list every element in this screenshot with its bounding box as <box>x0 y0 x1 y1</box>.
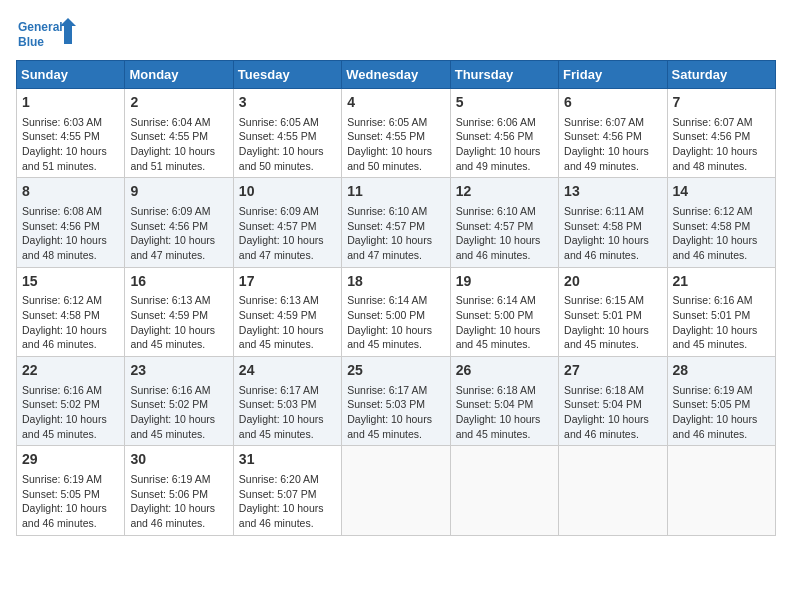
day-cell: 17Sunrise: 6:13 AM Sunset: 4:59 PM Dayli… <box>233 267 341 356</box>
week-row-1: 1Sunrise: 6:03 AM Sunset: 4:55 PM Daylig… <box>17 89 776 178</box>
day-cell: 2Sunrise: 6:04 AM Sunset: 4:55 PM Daylig… <box>125 89 233 178</box>
day-info: Sunrise: 6:10 AM Sunset: 4:57 PM Dayligh… <box>456 204 553 263</box>
page-header: General Blue <box>16 16 776 52</box>
day-info: Sunrise: 6:10 AM Sunset: 4:57 PM Dayligh… <box>347 204 444 263</box>
day-number: 28 <box>673 361 770 381</box>
col-saturday: Saturday <box>667 61 775 89</box>
day-info: Sunrise: 6:03 AM Sunset: 4:55 PM Dayligh… <box>22 115 119 174</box>
day-cell: 22Sunrise: 6:16 AM Sunset: 5:02 PM Dayli… <box>17 357 125 446</box>
day-info: Sunrise: 6:06 AM Sunset: 4:56 PM Dayligh… <box>456 115 553 174</box>
day-cell: 13Sunrise: 6:11 AM Sunset: 4:58 PM Dayli… <box>559 178 667 267</box>
day-number: 23 <box>130 361 227 381</box>
day-info: Sunrise: 6:12 AM Sunset: 4:58 PM Dayligh… <box>22 293 119 352</box>
day-info: Sunrise: 6:19 AM Sunset: 5:05 PM Dayligh… <box>673 383 770 442</box>
day-number: 29 <box>22 450 119 470</box>
day-info: Sunrise: 6:18 AM Sunset: 5:04 PM Dayligh… <box>564 383 661 442</box>
day-number: 22 <box>22 361 119 381</box>
day-number: 25 <box>347 361 444 381</box>
day-cell: 28Sunrise: 6:19 AM Sunset: 5:05 PM Dayli… <box>667 357 775 446</box>
col-friday: Friday <box>559 61 667 89</box>
day-cell: 20Sunrise: 6:15 AM Sunset: 5:01 PM Dayli… <box>559 267 667 356</box>
day-info: Sunrise: 6:19 AM Sunset: 5:06 PM Dayligh… <box>130 472 227 531</box>
day-info: Sunrise: 6:07 AM Sunset: 4:56 PM Dayligh… <box>673 115 770 174</box>
day-cell: 5Sunrise: 6:06 AM Sunset: 4:56 PM Daylig… <box>450 89 558 178</box>
day-cell: 8Sunrise: 6:08 AM Sunset: 4:56 PM Daylig… <box>17 178 125 267</box>
logo-svg: General Blue <box>16 16 76 52</box>
day-cell <box>667 446 775 535</box>
day-cell: 3Sunrise: 6:05 AM Sunset: 4:55 PM Daylig… <box>233 89 341 178</box>
day-cell: 15Sunrise: 6:12 AM Sunset: 4:58 PM Dayli… <box>17 267 125 356</box>
day-cell: 19Sunrise: 6:14 AM Sunset: 5:00 PM Dayli… <box>450 267 558 356</box>
day-number: 3 <box>239 93 336 113</box>
day-number: 8 <box>22 182 119 202</box>
day-number: 7 <box>673 93 770 113</box>
day-info: Sunrise: 6:20 AM Sunset: 5:07 PM Dayligh… <box>239 472 336 531</box>
day-number: 14 <box>673 182 770 202</box>
week-row-5: 29Sunrise: 6:19 AM Sunset: 5:05 PM Dayli… <box>17 446 776 535</box>
week-row-3: 15Sunrise: 6:12 AM Sunset: 4:58 PM Dayli… <box>17 267 776 356</box>
day-info: Sunrise: 6:04 AM Sunset: 4:55 PM Dayligh… <box>130 115 227 174</box>
day-info: Sunrise: 6:16 AM Sunset: 5:02 PM Dayligh… <box>22 383 119 442</box>
day-number: 6 <box>564 93 661 113</box>
day-number: 1 <box>22 93 119 113</box>
svg-text:Blue: Blue <box>18 35 44 49</box>
day-cell: 14Sunrise: 6:12 AM Sunset: 4:58 PM Dayli… <box>667 178 775 267</box>
day-number: 10 <box>239 182 336 202</box>
day-number: 2 <box>130 93 227 113</box>
day-info: Sunrise: 6:07 AM Sunset: 4:56 PM Dayligh… <box>564 115 661 174</box>
day-cell: 21Sunrise: 6:16 AM Sunset: 5:01 PM Dayli… <box>667 267 775 356</box>
day-number: 24 <box>239 361 336 381</box>
day-cell: 11Sunrise: 6:10 AM Sunset: 4:57 PM Dayli… <box>342 178 450 267</box>
day-info: Sunrise: 6:11 AM Sunset: 4:58 PM Dayligh… <box>564 204 661 263</box>
day-cell: 16Sunrise: 6:13 AM Sunset: 4:59 PM Dayli… <box>125 267 233 356</box>
day-cell <box>342 446 450 535</box>
day-cell <box>559 446 667 535</box>
day-cell: 30Sunrise: 6:19 AM Sunset: 5:06 PM Dayli… <box>125 446 233 535</box>
day-info: Sunrise: 6:14 AM Sunset: 5:00 PM Dayligh… <box>347 293 444 352</box>
logo: General Blue <box>16 16 76 52</box>
day-cell: 1Sunrise: 6:03 AM Sunset: 4:55 PM Daylig… <box>17 89 125 178</box>
day-info: Sunrise: 6:18 AM Sunset: 5:04 PM Dayligh… <box>456 383 553 442</box>
day-info: Sunrise: 6:09 AM Sunset: 4:56 PM Dayligh… <box>130 204 227 263</box>
col-thursday: Thursday <box>450 61 558 89</box>
col-wednesday: Wednesday <box>342 61 450 89</box>
day-cell: 29Sunrise: 6:19 AM Sunset: 5:05 PM Dayli… <box>17 446 125 535</box>
day-cell: 18Sunrise: 6:14 AM Sunset: 5:00 PM Dayli… <box>342 267 450 356</box>
day-cell: 26Sunrise: 6:18 AM Sunset: 5:04 PM Dayli… <box>450 357 558 446</box>
day-number: 4 <box>347 93 444 113</box>
day-number: 15 <box>22 272 119 292</box>
day-info: Sunrise: 6:13 AM Sunset: 4:59 PM Dayligh… <box>130 293 227 352</box>
day-cell: 9Sunrise: 6:09 AM Sunset: 4:56 PM Daylig… <box>125 178 233 267</box>
day-info: Sunrise: 6:05 AM Sunset: 4:55 PM Dayligh… <box>347 115 444 174</box>
day-cell: 25Sunrise: 6:17 AM Sunset: 5:03 PM Dayli… <box>342 357 450 446</box>
day-number: 20 <box>564 272 661 292</box>
day-number: 5 <box>456 93 553 113</box>
day-info: Sunrise: 6:17 AM Sunset: 5:03 PM Dayligh… <box>239 383 336 442</box>
day-cell: 31Sunrise: 6:20 AM Sunset: 5:07 PM Dayli… <box>233 446 341 535</box>
day-number: 31 <box>239 450 336 470</box>
day-cell: 10Sunrise: 6:09 AM Sunset: 4:57 PM Dayli… <box>233 178 341 267</box>
day-cell: 24Sunrise: 6:17 AM Sunset: 5:03 PM Dayli… <box>233 357 341 446</box>
col-sunday: Sunday <box>17 61 125 89</box>
day-number: 19 <box>456 272 553 292</box>
day-info: Sunrise: 6:16 AM Sunset: 5:02 PM Dayligh… <box>130 383 227 442</box>
day-info: Sunrise: 6:09 AM Sunset: 4:57 PM Dayligh… <box>239 204 336 263</box>
day-number: 12 <box>456 182 553 202</box>
svg-text:General: General <box>18 20 63 34</box>
day-info: Sunrise: 6:12 AM Sunset: 4:58 PM Dayligh… <box>673 204 770 263</box>
day-number: 26 <box>456 361 553 381</box>
day-cell: 4Sunrise: 6:05 AM Sunset: 4:55 PM Daylig… <box>342 89 450 178</box>
day-info: Sunrise: 6:08 AM Sunset: 4:56 PM Dayligh… <box>22 204 119 263</box>
day-info: Sunrise: 6:17 AM Sunset: 5:03 PM Dayligh… <box>347 383 444 442</box>
day-cell <box>450 446 558 535</box>
day-number: 27 <box>564 361 661 381</box>
day-cell: 12Sunrise: 6:10 AM Sunset: 4:57 PM Dayli… <box>450 178 558 267</box>
week-row-2: 8Sunrise: 6:08 AM Sunset: 4:56 PM Daylig… <box>17 178 776 267</box>
day-info: Sunrise: 6:16 AM Sunset: 5:01 PM Dayligh… <box>673 293 770 352</box>
week-row-4: 22Sunrise: 6:16 AM Sunset: 5:02 PM Dayli… <box>17 357 776 446</box>
day-info: Sunrise: 6:05 AM Sunset: 4:55 PM Dayligh… <box>239 115 336 174</box>
day-number: 17 <box>239 272 336 292</box>
day-cell: 7Sunrise: 6:07 AM Sunset: 4:56 PM Daylig… <box>667 89 775 178</box>
day-number: 21 <box>673 272 770 292</box>
day-cell: 23Sunrise: 6:16 AM Sunset: 5:02 PM Dayli… <box>125 357 233 446</box>
